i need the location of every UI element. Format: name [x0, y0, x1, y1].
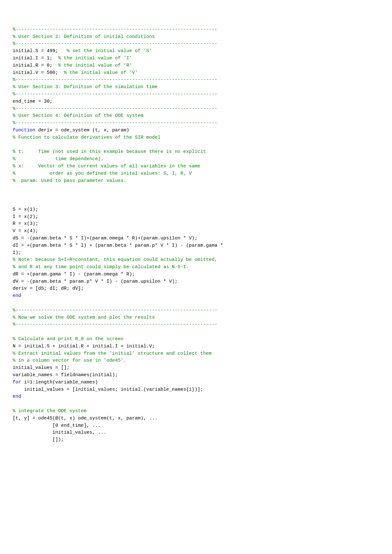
line-8: %---------------------------------------…	[13, 77, 217, 82]
line-46: end	[13, 394, 21, 399]
line-38: % Calculate and print R_0 on the screen	[13, 336, 124, 342]
line-50: initial_values, ...	[13, 430, 106, 435]
line-45: initial_values = [initial_values; initia…	[13, 387, 203, 392]
line-14: %---------------------------------------…	[13, 120, 217, 126]
line-29: % Note: because S+I+R=constant, this equ…	[13, 257, 217, 262]
line-33: deriv = [dS; dI; dR; dV];	[13, 286, 84, 291]
line-16: % Function to calculate derivatives of t…	[13, 135, 160, 140]
line-21: % param: Used to pass parameter values.	[13, 178, 126, 184]
line-2: % User Section 2: Definition of initial …	[13, 34, 155, 39]
line-5: initial.I = 1; % the initial value of 'I…	[13, 56, 132, 61]
line-4: initial.S = 499; % set the initial value…	[13, 48, 152, 54]
line-41: % in a column vector for use in 'ode45'.	[13, 358, 126, 363]
line-13: % User Section 4: Definition of the ODE …	[13, 113, 143, 118]
line-19: % x: Vector of the current values of all…	[13, 164, 200, 169]
line-42: initial_values = [];	[13, 365, 69, 370]
line-17: % t: Time (not used in this example beca…	[13, 149, 206, 154]
code-editor: %---------------------------------------…	[13, 19, 379, 444]
line-20: % order as you defined the inital values…	[13, 171, 192, 176]
line-47: % integrate the ODE system	[13, 408, 87, 414]
line-48: [t, y] = ode45(@(t, x) ode_system(t, x, …	[13, 416, 158, 421]
line-39: N = initial.S + initial.R + initial.I + …	[13, 344, 155, 349]
line-34: end	[13, 293, 21, 298]
line-11: end_time = 30;	[13, 99, 52, 104]
line-32: dV = -(param.beta * param.p* V * I) - (p…	[13, 279, 178, 284]
line-27: dI = +(param.beta * S * I) + (param.beta…	[13, 243, 223, 248]
line-43: variable_names = fieldnames(initial);	[13, 372, 118, 378]
line-31: dR = +(param.gama * I) - (param.omega * …	[13, 272, 135, 277]
line-49: [0 end_time], ...	[13, 423, 101, 428]
line-25: V = x(4);	[13, 228, 38, 234]
line-26: dS = -(param.beta * S * I)+(param.omega …	[13, 236, 197, 241]
line-9: % User Section 3: Definition of the simu…	[13, 84, 158, 90]
line-12: %---------------------------------------…	[13, 106, 217, 111]
line-7: initial.V = 500; % the initial value of …	[13, 70, 138, 75]
line-36: % Now we solve the ODE system and plot t…	[13, 315, 155, 320]
line-28: I);	[13, 250, 21, 256]
line-23: I = x(2);	[13, 214, 38, 220]
line-1: %---------------------------------------…	[13, 27, 217, 32]
line-51: []);	[13, 437, 64, 443]
line-24: R = x(3);	[13, 221, 38, 226]
line-10: %---------------------------------------…	[13, 92, 217, 97]
line-44: for i=1:length(variable_names)	[13, 380, 98, 385]
line-6: initial.R = 0; % the initial value of 'R…	[13, 63, 132, 68]
line-35: %---------------------------------------…	[13, 308, 217, 313]
line-22: S = x(1);	[13, 207, 38, 212]
line-15: function deriv = ode_system (t, x, param…	[13, 128, 129, 133]
line-30: % and R at any time point could simply b…	[13, 264, 189, 270]
line-37: %---------------------------------------…	[13, 322, 217, 327]
line-18: % time dependence).	[13, 156, 104, 162]
line-40: % Extract initial values from the 'initi…	[13, 351, 212, 356]
line-3: %---------------------------------------…	[13, 41, 217, 46]
